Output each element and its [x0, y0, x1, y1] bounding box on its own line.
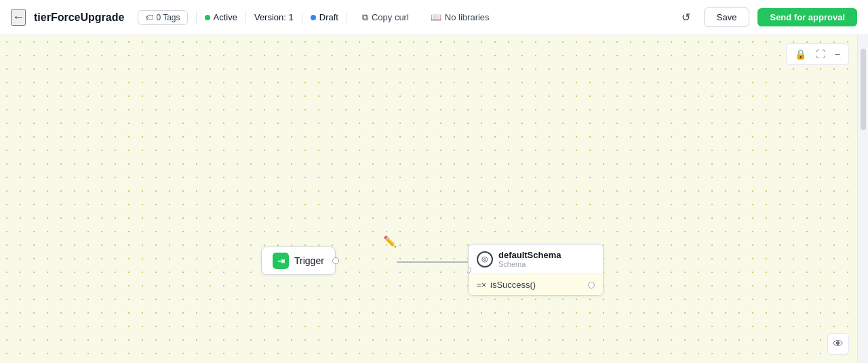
- schema-title-group: defaultSchema Schema: [498, 250, 561, 268]
- divider-1: [196, 11, 197, 24]
- schema-subtitle: Schema: [498, 260, 561, 268]
- undo-button[interactable]: ↺: [676, 7, 696, 27]
- draft-status: Draft: [311, 12, 338, 22]
- schema-node[interactable]: ◎ defaultSchema Schema =× isSuccess(): [468, 244, 604, 296]
- scrollbar[interactable]: [857, 35, 868, 363]
- eye-icon: 👁: [833, 338, 844, 350]
- schema-row-icon: =×: [477, 280, 486, 290]
- schema-header: ◎ defaultSchema Schema: [469, 244, 603, 274]
- trigger-icon: ⇥: [273, 253, 289, 269]
- minimize-icon: −: [835, 49, 840, 60]
- no-libraries-label: No libraries: [445, 12, 490, 22]
- header: ← tierForceUpgrade 🏷 0 Tags Active Versi…: [0, 0, 868, 35]
- draft-dot: [311, 15, 316, 20]
- version-label: Version: 1: [254, 12, 294, 22]
- divider-2: [245, 11, 246, 24]
- active-dot: [205, 15, 210, 20]
- trigger-label: Trigger: [294, 255, 324, 266]
- divider-4: [347, 11, 347, 24]
- libraries-icon: 📖: [431, 12, 441, 22]
- schema-row-text: isSuccess(): [490, 280, 536, 290]
- tags-button[interactable]: 🏷 0 Tags: [138, 10, 187, 25]
- active-status: Active: [205, 12, 237, 22]
- back-icon: ←: [12, 10, 24, 24]
- lock-button[interactable]: 🔒: [791, 47, 810, 62]
- cursor-indicator: ✏️: [383, 235, 397, 248]
- trigger-node[interactable]: ⇥ Trigger: [261, 247, 336, 275]
- send-label: Send for approval: [770, 12, 845, 22]
- send-for-approval-button[interactable]: Send for approval: [757, 8, 857, 26]
- schema-title: defaultSchema: [498, 250, 561, 260]
- minimize-button[interactable]: −: [831, 47, 844, 62]
- schema-icon: ◎: [477, 251, 493, 268]
- tags-label: 0 Tags: [156, 13, 180, 22]
- draft-label: Draft: [319, 12, 338, 22]
- fullscreen-button[interactable]: ⛶: [812, 47, 829, 62]
- divider-3: [302, 11, 302, 24]
- save-button[interactable]: Save: [704, 7, 750, 27]
- undo-icon: ↺: [682, 11, 690, 24]
- canvas-controls: 🔒 ⛶ −: [786, 43, 849, 65]
- schema-row: =× isSuccess(): [477, 280, 536, 290]
- schema-output-dot[interactable]: [588, 282, 595, 289]
- back-button[interactable]: ←: [11, 9, 26, 26]
- lock-icon: 🔒: [795, 49, 806, 60]
- copy-curl-button[interactable]: ⧉ Copy curl: [355, 9, 416, 26]
- schema-body[interactable]: =× isSuccess(): [469, 274, 603, 295]
- tag-icon: 🏷: [145, 13, 153, 22]
- fullscreen-icon: ⛶: [816, 49, 825, 60]
- canvas-area[interactable]: 🔒 ⛶ − ✏️ ⇥ Trigger ◎ defaultSch: [0, 35, 868, 363]
- copy-icon: ⧉: [362, 12, 368, 23]
- connection-line: [0, 35, 868, 363]
- save-label: Save: [717, 12, 737, 22]
- copy-curl-label: Copy curl: [372, 12, 409, 22]
- no-libraries-button[interactable]: 📖 No libraries: [424, 9, 496, 26]
- trigger-output-dot[interactable]: [332, 257, 339, 264]
- eye-button[interactable]: 👁: [827, 333, 849, 355]
- active-label: Active: [214, 12, 237, 22]
- scrollbar-thumb[interactable]: [861, 49, 866, 130]
- page-title: tierForceUpgrade: [34, 12, 124, 24]
